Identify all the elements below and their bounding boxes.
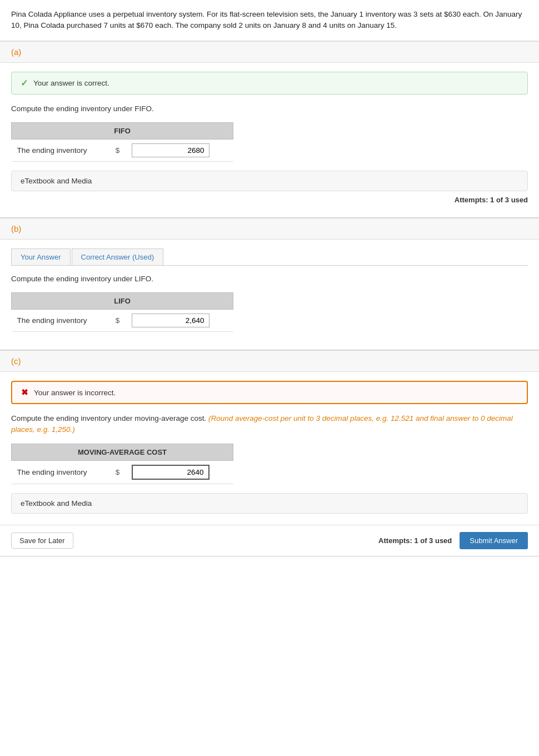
problem-statement: Pina Colada Appliance uses a perpetual i… — [0, 0, 539, 41]
submit-answer-button[interactable]: Submit Answer — [460, 532, 528, 549]
section-b: (b) Your Answer Correct Answer (Used) Co… — [0, 218, 539, 350]
dollar-sign-b: $ — [109, 310, 126, 332]
section-b-header: (b) — [0, 218, 539, 240]
section-b-body: Your Answer Correct Answer (Used) Comput… — [0, 240, 539, 350]
moving-avg-table: MOVING-AVERAGE COST The ending inventory… — [11, 444, 233, 484]
incorrect-alert: ✖ Your answer is incorrect. — [11, 381, 528, 404]
question-a-text: Compute the ending inventory under FIFO. — [11, 103, 528, 115]
section-a-body: ✓ Your answer is correct. Compute the en… — [0, 63, 539, 217]
lifo-table-header: LIFO — [12, 293, 233, 310]
question-c-main: Compute the ending inventory under movin… — [11, 414, 206, 422]
lifo-input-cell[interactable] — [126, 310, 233, 332]
tab-correct-answer[interactable]: Correct Answer (Used) — [72, 248, 163, 265]
lifo-input[interactable] — [132, 314, 209, 327]
table-row: The ending inventory $ — [12, 139, 233, 161]
section-a-header: (a) — [0, 41, 539, 63]
tab-your-answer[interactable]: Your Answer — [11, 248, 71, 265]
attempts-a: Attempts: 1 of 3 used — [11, 193, 528, 208]
question-b-text: Compute the ending inventory under LIFO. — [11, 273, 528, 285]
lifo-table: LIFO The ending inventory $ — [11, 292, 233, 332]
table-row: The ending inventory $ — [12, 460, 233, 484]
correct-alert-text: Your answer is correct. — [33, 79, 109, 87]
row-label-b: The ending inventory — [12, 310, 109, 332]
fifo-input[interactable] — [132, 143, 209, 157]
moving-avg-header: MOVING-AVERAGE COST — [12, 444, 233, 460]
question-c-text: Compute the ending inventory under movin… — [11, 413, 528, 436]
section-a: (a) ✓ Your answer is correct. Compute th… — [0, 41, 539, 218]
etextbook-c[interactable]: eTextbook and Media — [11, 493, 528, 514]
x-icon: ✖ — [21, 387, 28, 397]
row-label-a: The ending inventory — [12, 139, 109, 161]
attempts-c: Attempts: 1 of 3 used — [378, 536, 452, 545]
dollar-sign-c: $ — [109, 460, 126, 484]
fifo-table: FIFO The ending inventory $ — [11, 122, 233, 162]
section-c: (c) ✖ Your answer is incorrect. Compute … — [0, 350, 539, 556]
dollar-sign-a: $ — [109, 139, 126, 161]
table-row: The ending inventory $ — [12, 310, 233, 332]
bottom-bar: Save for Later Attempts: 1 of 3 used Sub… — [0, 525, 539, 556]
section-c-body: ✖ Your answer is incorrect. Compute the … — [0, 372, 539, 525]
row-label-c: The ending inventory — [12, 460, 109, 484]
moving-avg-input[interactable] — [132, 465, 209, 480]
fifo-table-header: FIFO — [12, 122, 233, 139]
save-later-button[interactable]: Save for Later — [11, 533, 73, 549]
moving-avg-input-cell[interactable] — [126, 460, 233, 484]
incorrect-alert-text: Your answer is incorrect. — [34, 389, 116, 397]
section-c-header: (c) — [0, 350, 539, 372]
etextbook-a[interactable]: eTextbook and Media — [11, 171, 528, 191]
tabs-row-b: Your Answer Correct Answer (Used) — [11, 248, 528, 266]
correct-alert: ✓ Your answer is correct. — [11, 72, 528, 94]
attempts-submit-row: Attempts: 1 of 3 used Submit Answer — [378, 532, 528, 549]
fifo-input-cell[interactable] — [126, 139, 233, 161]
check-icon: ✓ — [21, 78, 28, 88]
